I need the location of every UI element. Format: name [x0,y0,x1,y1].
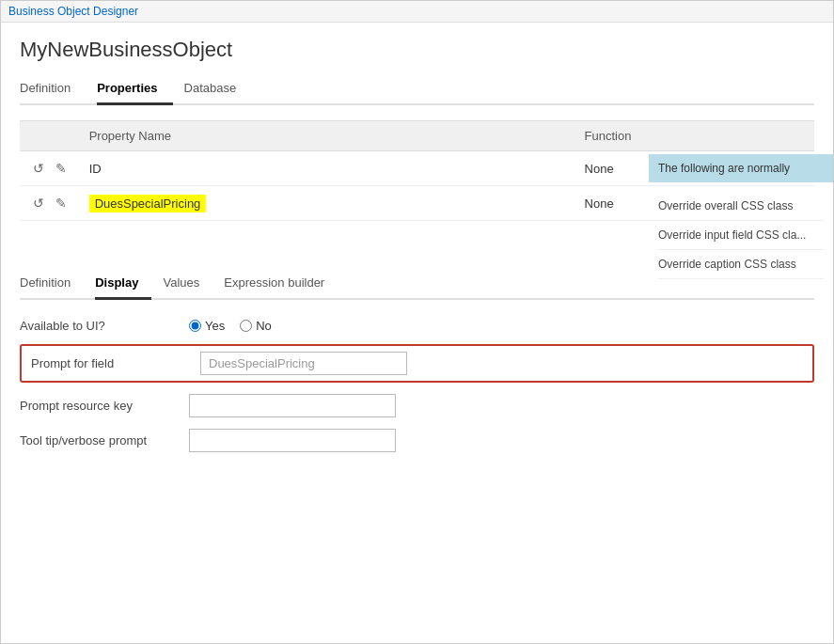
col-actions [20,121,80,151]
tab-values[interactable]: Values [163,270,212,300]
override-input-css: Override input field CSS cla... [658,221,824,250]
tooltip-label: Tool tip/verbose prompt [20,433,189,448]
right-panel-items: Override overall CSS class Override inpu… [649,192,833,279]
available-to-ui-label: Available to UI? [20,319,189,333]
edit-icon-1[interactable]: ✎ [52,159,71,178]
refresh-icon-2[interactable]: ↺ [29,194,48,212]
radio-no[interactable]: No [240,319,272,333]
tab-expression-builder[interactable]: Expression builder [224,270,338,300]
tab-database[interactable]: Database [184,75,252,105]
radio-yes-input[interactable] [189,320,201,332]
edit-icon-2[interactable]: ✎ [52,194,71,212]
property-name-dues: DuesSpecialPricing [80,186,575,221]
tooltip-value [189,429,814,452]
prompt-resource-key-input[interactable] [189,394,396,417]
prompt-resource-key-row: Prompt resource key [20,394,814,417]
radio-yes-label: Yes [205,319,225,333]
right-info-panel: The following are normally [649,154,833,182]
tab-properties[interactable]: Properties [97,75,172,105]
row-icons-2: ↺ ✎ [20,186,80,221]
available-to-ui-row: Available to UI? Yes No [20,319,814,333]
tab-display[interactable]: Display [95,270,151,300]
tooltip-row: Tool tip/verbose prompt [20,429,814,452]
refresh-icon-1[interactable]: ↺ [29,159,48,178]
property-name-id: ID [80,151,575,186]
row-icons: ↺ ✎ [20,151,80,186]
highlighted-property-name: DuesSpecialPricing [89,195,207,212]
prompt-for-field-row: Prompt for field [20,344,814,383]
radio-no-input[interactable] [240,320,252,332]
object-title: MyNewBusinessObject [20,38,814,62]
tab-definition[interactable]: Definition [20,75,86,105]
top-bar: Business Object Designer [1,1,833,23]
prompt-for-field-input[interactable] [200,352,407,375]
available-to-ui-value: Yes No [189,319,814,333]
radio-no-label: No [256,319,272,333]
radio-yes[interactable]: Yes [189,319,225,333]
override-overall-css: Override overall CSS class [658,192,824,221]
main-content: MyNewBusinessObject Definition Propertie… [1,23,833,642]
prompt-resource-key-label: Prompt resource key [20,399,189,413]
prompt-for-field-label: Prompt for field [31,356,200,370]
prompt-resource-key-value [189,394,814,417]
app-title: Business Object Designer [8,5,138,18]
right-panel-info-text: The following are normally [658,162,824,175]
col-function: Function [575,121,814,151]
tab-definition-secondary[interactable]: Definition [20,270,84,300]
primary-tabs: Definition Properties Database [20,73,814,105]
col-property-name: Property Name [80,121,575,151]
override-caption-css: Override caption CSS class [658,250,824,279]
form-section: Available to UI? Yes No Prompt for field… [20,315,814,467]
tooltip-input[interactable] [189,429,396,452]
